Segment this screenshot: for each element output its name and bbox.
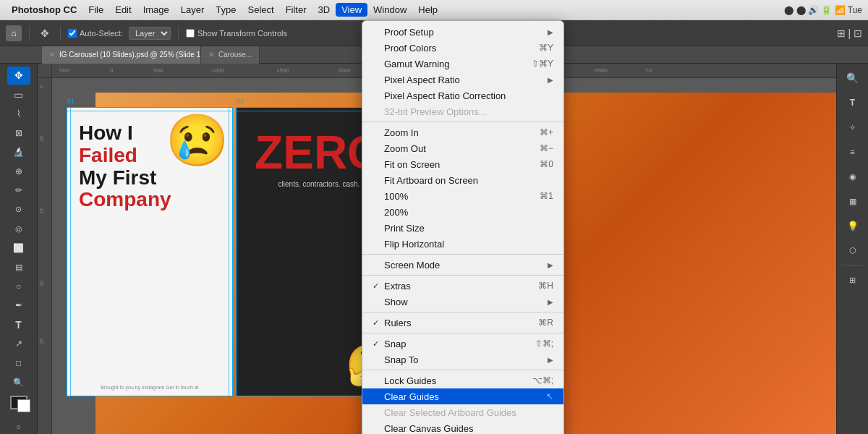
label-print-size: Print Size: [384, 223, 553, 234]
arrow-pixel-aspect: ▶: [548, 76, 553, 84]
menu-help[interactable]: Help: [412, 3, 443, 17]
check-fit-artboard: [373, 176, 383, 184]
label-snap-to: Snap To: [384, 354, 545, 365]
menu-item-lock-guides[interactable]: Lock Guides ⌥⌘;: [362, 373, 563, 388]
align-icons: ⊞ | ⊡: [837, 27, 862, 39]
slide-1[interactable]: 01 How I Failed My First Company 😢 Broug…: [67, 107, 233, 396]
menu-item-200[interactable]: 200%: [362, 204, 563, 220]
menu-edit[interactable]: Edit: [109, 3, 137, 17]
menu-3d[interactable]: 3D: [312, 3, 336, 17]
tool-gradient[interactable]: ▤: [7, 258, 30, 276]
shortcut-zoom-in: ⌘+: [540, 127, 553, 137]
tool-lasso[interactable]: ⌇: [7, 105, 30, 123]
move-tool-icon[interactable]: ✥: [37, 25, 53, 41]
menu-item-clear-canvas-guides[interactable]: Clear Canvas Guides: [362, 420, 563, 434]
menu-select[interactable]: Select: [242, 3, 279, 17]
menu-item-fit-artboard[interactable]: Fit Artboard on Screen: [362, 172, 563, 188]
check-200: [373, 208, 383, 216]
tab-close-1[interactable]: ✕: [49, 51, 55, 59]
menu-item-zoom-in[interactable]: Zoom In ⌘+: [362, 124, 563, 140]
menu-item-zoom-out[interactable]: Zoom Out ⌘−: [362, 140, 563, 156]
check-flip-h: [373, 239, 383, 248]
menu-item-extras[interactable]: ✓ Extras ⌘H: [362, 278, 563, 294]
menu-item-screen-mode[interactable]: Screen Mode ▶: [362, 257, 563, 273]
check-zoom-out: [373, 144, 383, 153]
menu-item-show[interactable]: Show ▶: [362, 294, 563, 310]
menu-item-snap[interactable]: ✓ Snap ⇧⌘;: [362, 336, 563, 352]
tab-label-2: Carouse...: [218, 51, 252, 59]
menu-item-clear-guides[interactable]: Clear Guides ↖: [362, 388, 563, 404]
check-lock-guides: [373, 376, 383, 385]
layer-select[interactable]: Layer: [129, 27, 171, 40]
menu-item-gamut-warning[interactable]: Gamut Warning ⇧⌘Y: [362, 56, 563, 72]
divider-1: [29, 26, 30, 41]
ruler-v-tick: 25: [39, 339, 44, 344]
label-screen-mode: Screen Mode: [384, 260, 545, 271]
tool-heal[interactable]: ⊕: [7, 163, 30, 181]
menu-item-rulers[interactable]: ✓ Rulers ⌘R: [362, 315, 563, 331]
ruler-tick: 1000: [211, 67, 224, 74]
layers-btn[interactable]: T: [841, 91, 864, 114]
menu-item-snap-to[interactable]: Snap To ▶: [362, 352, 563, 367]
sep-1: [362, 122, 563, 122]
tool-crop[interactable]: ⊠: [7, 124, 30, 142]
auto-select-checkbox[interactable]: [68, 29, 77, 38]
label-snap: Snap: [384, 339, 528, 349]
check-screen-mode: [373, 260, 383, 269]
tool-eraser[interactable]: ⬜: [7, 239, 30, 258]
tab-ig-carousel[interactable]: ✕ IG Carousel (10 Slides).psd @ 25% (Sli…: [42, 46, 201, 64]
menu-item-fit-screen[interactable]: Fit on Screen ⌘0: [362, 156, 563, 172]
foreground-color[interactable]: [10, 396, 27, 409]
tool-eyedropper[interactable]: 🔬: [7, 143, 30, 161]
tool-dodge[interactable]: ○: [7, 278, 30, 296]
tool-type[interactable]: T: [7, 316, 30, 334]
menu-item-pixel-correction[interactable]: Pixel Aspect Ratio Correction: [362, 88, 563, 103]
transform-controls-checkbox[interactable]: [186, 29, 195, 38]
swatches-btn[interactable]: ≡: [841, 140, 864, 163]
tool-zoom[interactable]: 🔍: [7, 373, 30, 391]
menu-view[interactable]: View: [336, 3, 367, 17]
tool-pen[interactable]: ✒: [7, 297, 30, 315]
table-btn[interactable]: ▦: [841, 190, 864, 213]
channels-btn[interactable]: ⬡: [841, 239, 864, 262]
properties-btn[interactable]: ⊞: [841, 268, 864, 292]
quick-mask[interactable]: ○: [16, 422, 21, 431]
menu-item-pixel-aspect[interactable]: Pixel Aspect Ratio ▶: [362, 72, 563, 88]
shortcut-lock-guides: ⌥⌘;: [532, 375, 553, 386]
light-btn[interactable]: 💡: [841, 214, 864, 237]
menu-item-flip-h[interactable]: Flip Horizontal: [362, 236, 563, 252]
menu-item-proof-setup[interactable]: Proof Setup ▶: [362, 24, 563, 40]
menu-layer[interactable]: Layer: [175, 3, 210, 17]
slide-1-line3: My First: [79, 167, 221, 190]
menu-file[interactable]: File: [82, 3, 109, 17]
search-btn[interactable]: 🔍: [841, 67, 864, 90]
tool-clone[interactable]: ⊙: [7, 201, 30, 219]
tool-shape[interactable]: □: [7, 354, 30, 373]
menu-item-100[interactable]: 100% ⌘1: [362, 188, 563, 204]
sep-6: [362, 370, 563, 370]
label-proof-colors: Proof Colors: [384, 43, 532, 54]
slide-1-label: 01: [67, 98, 75, 105]
color-btn[interactable]: ◉: [841, 165, 864, 188]
check-clear-artboard: [373, 408, 383, 417]
menu-window[interactable]: Window: [367, 3, 412, 17]
label-fit-artboard: Fit Artboard on Screen: [384, 175, 553, 186]
tool-brush[interactable]: ✏: [7, 182, 30, 200]
menu-item-proof-colors[interactable]: Proof Colors ⌘Y: [362, 40, 563, 56]
home-button[interactable]: ⌂: [6, 25, 22, 41]
tool-path-select[interactable]: ↗: [7, 335, 30, 353]
tab-carousel[interactable]: ✕ Carouse...: [201, 46, 260, 64]
tool-move[interactable]: ✥: [7, 67, 30, 85]
tool-history[interactable]: ◎: [7, 220, 30, 238]
menu-image[interactable]: Image: [137, 3, 175, 17]
adjustments-btn[interactable]: ✧: [841, 116, 864, 139]
tab-close-2[interactable]: ✕: [208, 51, 214, 59]
menu-type[interactable]: Type: [210, 3, 242, 17]
tool-rect-select[interactable]: ▭: [7, 86, 30, 104]
label-lock-guides: Lock Guides: [384, 375, 525, 386]
slide-2-subtitle: clients. contractors. cash.: [278, 180, 360, 188]
menu-item-print-size[interactable]: Print Size: [362, 220, 563, 236]
shortcut-zoom-out: ⌘−: [540, 143, 553, 153]
menu-filter[interactable]: Filter: [280, 3, 312, 17]
slide-1-line4: Company: [79, 189, 221, 211]
